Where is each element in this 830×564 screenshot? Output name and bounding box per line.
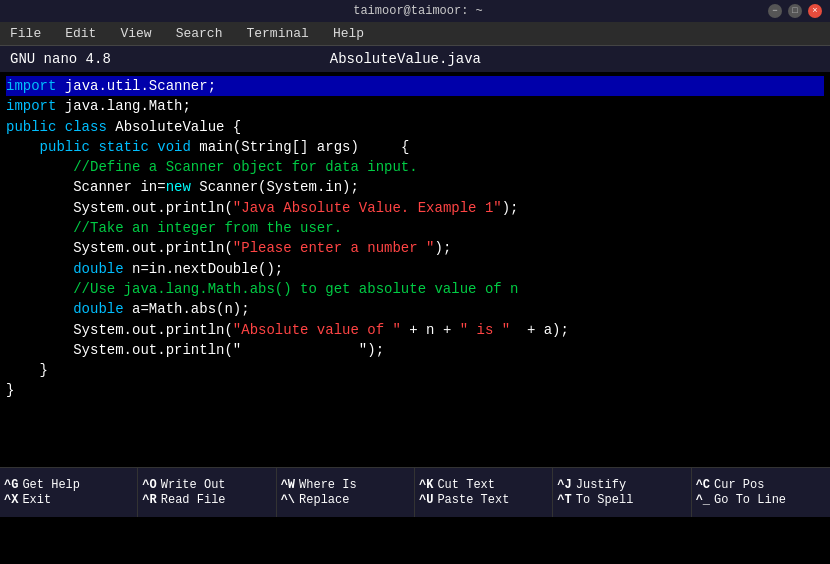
code-line: public static void main(String[] args) { xyxy=(6,137,824,157)
shortcut-label: Cut Text xyxy=(437,478,495,492)
shortcut-label: Justify xyxy=(576,478,626,492)
window-title: taimoor@taimoor: ~ xyxy=(68,4,768,18)
shortcut-label: Cur Pos xyxy=(714,478,764,492)
code-editor[interactable]: import java.util.Scanner;import java.lan… xyxy=(0,72,830,467)
code-line: double a=Math.abs(n); xyxy=(6,299,824,319)
shortcut-row: ^TTo Spell xyxy=(557,493,633,507)
shortcut-label: To Spell xyxy=(576,493,634,507)
shortcut-label: Exit xyxy=(22,493,51,507)
shortcut-key: ^R xyxy=(142,493,156,507)
shortcut-key: ^W xyxy=(281,478,295,492)
code-line: } xyxy=(6,360,824,380)
shortcut-label: Read File xyxy=(161,493,226,507)
nano-filename: AbsoluteValue.java xyxy=(330,51,481,67)
shortcut-row: ^WWhere Is xyxy=(281,478,357,492)
shortcut-key: ^_ xyxy=(696,493,710,507)
shortcut-label: Go To Line xyxy=(714,493,786,507)
menu-search[interactable]: Search xyxy=(170,24,229,43)
code-line: public class AbsoluteValue { xyxy=(6,117,824,137)
code-line: double n=in.nextDouble(); xyxy=(6,259,824,279)
shortcut-key: ^J xyxy=(557,478,571,492)
minimize-button[interactable]: − xyxy=(768,4,782,18)
maximize-button[interactable]: □ xyxy=(788,4,802,18)
shortcut-label: Paste Text xyxy=(437,493,509,507)
window-controls[interactable]: − □ × xyxy=(768,4,822,18)
shortcut-label: Where Is xyxy=(299,478,357,492)
menubar: File Edit View Search Terminal Help xyxy=(0,22,830,46)
shortcut-label: Write Out xyxy=(161,478,226,492)
shortcut-cell[interactable]: ^WWhere Is^\Replace xyxy=(277,468,415,517)
shortcut-cell[interactable]: ^KCut Text^UPaste Text xyxy=(415,468,553,517)
shortcut-row: ^JJustify xyxy=(557,478,626,492)
shortcut-key: ^\ xyxy=(281,493,295,507)
shortcut-row: ^XExit xyxy=(4,493,51,507)
shortcut-key: ^G xyxy=(4,478,18,492)
code-line: System.out.println("Please enter a numbe… xyxy=(6,238,824,258)
shortcut-row: ^RRead File xyxy=(142,493,225,507)
shortcuts-bar: ^GGet Help^XExit^OWrite Out^RRead File^W… xyxy=(0,467,830,517)
code-line: import java.util.Scanner; xyxy=(6,76,824,96)
code-line: //Use java.lang.Math.abs() to get absolu… xyxy=(6,279,824,299)
shortcut-key: ^C xyxy=(696,478,710,492)
code-line: //Define a Scanner object for data input… xyxy=(6,157,824,177)
shortcut-key: ^O xyxy=(142,478,156,492)
nano-version: GNU nano 4.8 xyxy=(10,51,111,67)
shortcut-label: Get Help xyxy=(22,478,80,492)
shortcut-row: ^OWrite Out xyxy=(142,478,225,492)
menu-edit[interactable]: Edit xyxy=(59,24,102,43)
menu-help[interactable]: Help xyxy=(327,24,370,43)
shortcut-row: ^_Go To Line xyxy=(696,493,786,507)
code-line: } xyxy=(6,380,824,400)
shortcut-cell[interactable]: ^JJustify^TTo Spell xyxy=(553,468,691,517)
shortcut-row: ^GGet Help xyxy=(4,478,80,492)
code-line: System.out.println(" "); xyxy=(6,340,824,360)
shortcut-cell[interactable]: ^CCur Pos^_Go To Line xyxy=(692,468,830,517)
code-line: System.out.println("Absolute value of " … xyxy=(6,320,824,340)
shortcut-cell[interactable]: ^GGet Help^XExit xyxy=(0,468,138,517)
shortcut-key: ^K xyxy=(419,478,433,492)
titlebar: taimoor@taimoor: ~ − □ × xyxy=(0,0,830,22)
shortcut-row: ^KCut Text xyxy=(419,478,495,492)
shortcut-row: ^\Replace xyxy=(281,493,350,507)
shortcut-label: Replace xyxy=(299,493,349,507)
menu-terminal[interactable]: Terminal xyxy=(240,24,314,43)
nano-header: GNU nano 4.8 AbsoluteValue.java xyxy=(0,46,830,72)
shortcut-row: ^UPaste Text xyxy=(419,493,509,507)
close-button[interactable]: × xyxy=(808,4,822,18)
code-line: Scanner in=new Scanner(System.in); xyxy=(6,177,824,197)
code-line: import java.lang.Math; xyxy=(6,96,824,116)
menu-file[interactable]: File xyxy=(4,24,47,43)
code-line: System.out.println("Java Absolute Value.… xyxy=(6,198,824,218)
shortcut-key: ^U xyxy=(419,493,433,507)
shortcut-cell[interactable]: ^OWrite Out^RRead File xyxy=(138,468,276,517)
shortcut-key: ^T xyxy=(557,493,571,507)
shortcut-key: ^X xyxy=(4,493,18,507)
code-line: //Take an integer from the user. xyxy=(6,218,824,238)
shortcut-row: ^CCur Pos xyxy=(696,478,765,492)
menu-view[interactable]: View xyxy=(114,24,157,43)
